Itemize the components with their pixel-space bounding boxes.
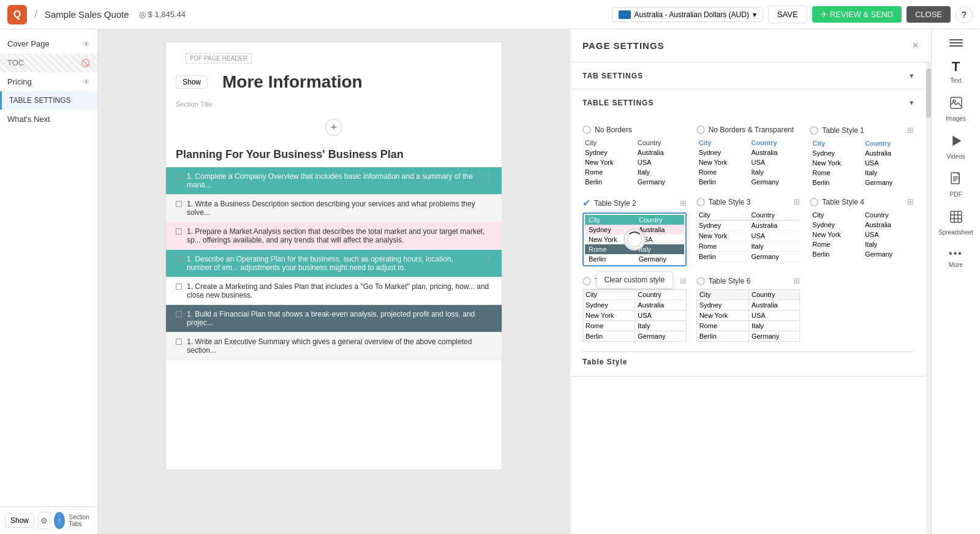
no-borders-transparent-label: No Borders & Transparent <box>709 126 794 134</box>
show-button[interactable]: Show <box>176 75 208 89</box>
settings-panel: PAGE SETTINGS × TAB SETTINGS ▾ TABLE SET… <box>570 29 931 534</box>
eye-icon: 👁 <box>83 78 90 86</box>
price-icon: ◎ <box>139 10 146 19</box>
style2-checked-icon[interactable]: ✔ <box>582 197 590 209</box>
svg-rect-7 <box>951 211 962 222</box>
region-label: Australia - Australian Dollars (AUD) <box>635 10 749 19</box>
table-style-bottom-label: Table Style <box>582 358 627 366</box>
scrollbar-track[interactable] <box>926 62 931 534</box>
empty-style-slot <box>810 276 914 342</box>
style4-radio[interactable] <box>810 198 818 206</box>
sidebar-item-more-information[interactable]: TABLE SETTINGS <box>0 91 97 110</box>
table-row: 1. Build a Financial Plan that shows a b… <box>166 305 502 333</box>
more-label: More <box>949 261 963 268</box>
scrollbar-thumb[interactable] <box>926 69 931 118</box>
scroll-to-section-button[interactable]: ↑ <box>54 512 66 529</box>
topbar: Q / Sample Sales Quote ◎ $ 1,845.44 Aust… <box>0 0 980 29</box>
style6-radio[interactable] <box>696 277 705 285</box>
checkbox[interactable] <box>176 339 182 345</box>
sidebar-item-cover-page[interactable]: Cover Page 👁 <box>0 34 97 53</box>
region-selector[interactable]: Australia - Australian Dollars (AUD) ▾ <box>612 7 763 22</box>
style3-label: Table Style 3 <box>709 198 751 206</box>
right-panel-videos[interactable]: Videos <box>932 129 980 165</box>
style2-wrapper: CityCountry SydneyAustralia New YorkUSA … <box>582 212 687 266</box>
style3-radio[interactable] <box>696 198 705 206</box>
style6-label: Table Style 6 <box>709 277 751 285</box>
checkbox[interactable] <box>176 256 182 262</box>
loading-spinner <box>624 228 646 250</box>
style2-grid-icon: ⊞ <box>680 198 687 208</box>
add-section-button[interactable]: + <box>325 119 342 136</box>
table-settings-chevron: ▾ <box>910 98 914 107</box>
close-top-button[interactable]: CLOSE <box>907 6 951 23</box>
right-panel-text[interactable]: T Text <box>932 54 980 89</box>
page-canvas: PDF PAGE HEADER Show More Information Se… <box>165 42 502 470</box>
style-option-style2: ✔ Table Style 2 ⊞ CityCountry SydneyAust… <box>582 197 687 266</box>
hamburger-menu[interactable] <box>944 34 968 51</box>
style-option-style6: Table Style 6 ⊞ CityCountry SydneyAustra… <box>696 276 801 342</box>
style2-label: Table Style 2 <box>594 199 636 208</box>
section-title: More Information <box>213 70 372 94</box>
no-borders-label: No Borders <box>595 126 632 134</box>
checkbox[interactable] <box>176 173 182 179</box>
no-borders-radio[interactable] <box>582 126 591 134</box>
videos-label: Videos <box>946 153 965 160</box>
settings-header: PAGE SETTINGS × <box>570 29 931 62</box>
app-logo[interactable]: Q <box>7 5 27 24</box>
pdf-icon <box>949 172 963 189</box>
close-settings-button[interactable]: × <box>912 39 919 52</box>
right-panel-spreadsheet[interactable]: Spreadsheet <box>932 205 980 241</box>
sidebar-item-label: What's Next <box>7 115 50 124</box>
right-panel-more[interactable]: ••• More <box>932 243 980 273</box>
sidebar-item-toc[interactable]: TOC 🚫 <box>0 53 97 72</box>
no-borders-transparent-radio[interactable] <box>696 126 705 134</box>
style5-radio[interactable] <box>582 277 591 285</box>
text-icon: T <box>952 59 960 75</box>
style4-grid-icon: ⊞ <box>907 197 914 206</box>
sidebar-item-pricing[interactable]: Pricing 👁 <box>0 72 97 91</box>
section-tabs-settings-button[interactable]: ⚙ <box>38 512 50 529</box>
tab-settings-label: TAB SETTINGS <box>582 72 643 80</box>
text-label: Text <box>950 77 961 84</box>
help-button[interactable]: ? <box>956 6 973 23</box>
pdf-header-label: PDF PAGE HEADER <box>186 53 252 64</box>
style1-grid-icon: ⊞ <box>907 126 914 135</box>
row-text: 1. Prepare a Market Analysis section tha… <box>187 227 492 244</box>
eye-icon: 👁 <box>83 40 90 48</box>
table-row: 1. Write a Business Description section … <box>166 195 502 222</box>
svg-marker-2 <box>953 137 960 145</box>
checkbox[interactable] <box>176 228 182 235</box>
save-button[interactable]: SAVE <box>768 6 807 23</box>
section-tabs-label: Section Tabs <box>69 514 92 527</box>
no-borders-transparent-preview: CityCountry SydneyAustralia New YorkUSA … <box>696 138 801 187</box>
right-panel-pdf[interactable]: PDF <box>932 167 980 203</box>
sidebar-item-whats-next[interactable]: What's Next <box>0 110 97 129</box>
checkbox[interactable] <box>176 284 182 290</box>
clear-custom-style-popup[interactable]: Clear custom style <box>596 271 673 288</box>
table-row: 1. Write an Executive Summary which give… <box>166 333 502 360</box>
show-section-tabs-button[interactable]: Show <box>5 513 34 528</box>
show-section: Show More Information <box>166 64 502 100</box>
row-text: 1. Write a Business Description section … <box>187 200 492 217</box>
review-send-button[interactable]: ✈ REVIEW & SEND <box>812 6 902 23</box>
price-value: $ 1,845.44 <box>148 10 186 19</box>
style-option-no-borders-transparent: No Borders & Transparent CityCountry Syd… <box>696 126 801 187</box>
row-dots-icon: ⋮ <box>484 172 492 181</box>
sidebar-item-label: Pricing <box>7 77 32 86</box>
breadcrumb-sep: / <box>34 8 37 21</box>
no-borders-preview: CityCountry SydneyAustralia New YorkUSA … <box>582 138 687 187</box>
right-panel-images[interactable]: Images <box>932 91 980 127</box>
checkbox[interactable] <box>176 311 182 317</box>
style1-radio[interactable] <box>810 126 818 135</box>
checkbox[interactable] <box>176 201 182 207</box>
style6-preview: CityCountry SydneyAustralia New YorkUSA … <box>696 289 801 342</box>
sidebar-item-label: TABLE SETTINGS <box>9 96 70 105</box>
table-settings-header[interactable]: TABLE SETTINGS ▾ <box>570 89 926 116</box>
sidebar-item-label: Cover Page <box>7 39 50 48</box>
style6-grid-icon: ⊞ <box>793 276 800 285</box>
table-settings-section: TABLE SETTINGS ▾ No Borders <box>570 89 926 377</box>
send-icon: ✈ <box>821 10 827 19</box>
row-text: 1. Build a Financial Plan that shows a b… <box>187 310 492 327</box>
more-icon: ••• <box>949 248 963 259</box>
tab-settings-header[interactable]: TAB SETTINGS ▾ <box>570 62 926 89</box>
